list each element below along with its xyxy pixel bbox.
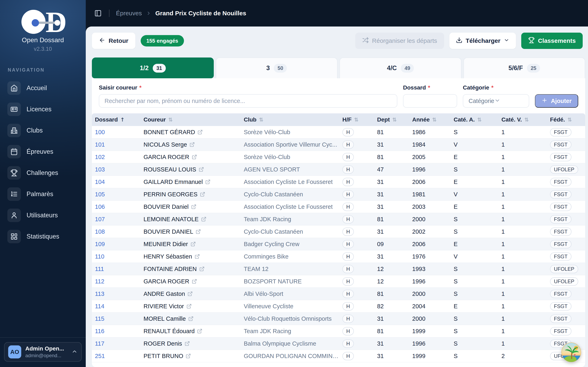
column-header[interactable]: Dossard↑ (92, 117, 140, 123)
download-button[interactable]: Télécharger (449, 33, 516, 49)
dept-cell: 12 (374, 278, 409, 285)
dossard-link[interactable]: 114 (95, 303, 104, 310)
rankings-button[interactable]: Classements (521, 33, 583, 49)
dossard-link[interactable]: 113 (95, 291, 104, 297)
federation-cell: FSGT (547, 203, 585, 211)
sidebar-item-challenges[interactable]: Challenges (5, 163, 80, 183)
column-header[interactable]: H/F⇅ (339, 117, 374, 123)
dept-cell: 81 (374, 328, 409, 334)
user-menu-button[interactable]: AO Admin Open... admin@opend... (4, 342, 82, 362)
dossard-label: Dossard (403, 84, 426, 91)
column-header[interactable]: Club⇅ (241, 117, 339, 123)
year-cell: 1986 (409, 129, 450, 136)
dossard-link[interactable]: 106 (95, 203, 105, 210)
table-row: 105 PERRIN GEORGES Cyclo-Club Castanéen … (92, 188, 585, 201)
dossard-link[interactable]: 115 (95, 315, 104, 322)
category-select[interactable]: Catégorie (463, 94, 529, 108)
rider-name-cell[interactable]: NICOLAS Serge (140, 141, 241, 148)
rider-name-cell[interactable]: GAILLARD Emmanuel (140, 179, 241, 185)
dossard-link[interactable]: 101 (95, 141, 105, 148)
sidebar-item-palmares[interactable]: Palmarès (5, 184, 80, 204)
home-icon (7, 81, 21, 95)
sidebar-item-epreuves[interactable]: Épreuves (5, 142, 80, 162)
dossard-link[interactable]: 105 (95, 191, 105, 198)
gender-cell: H (339, 265, 374, 273)
dossard-link[interactable]: 116 (95, 328, 104, 334)
rider-name-cell[interactable]: ROUSSEAU LOUIS (140, 166, 241, 173)
dept-cell: 31 (374, 191, 409, 198)
sort-asc-icon: ↑ (120, 117, 125, 123)
column-header[interactable]: Caté. V.⇅ (498, 117, 547, 123)
rider-name-cell[interactable]: ANDRE Gaston (140, 291, 241, 297)
dossard-link[interactable]: 111 (95, 266, 104, 272)
sidebar-item-utilisateurs[interactable]: Utilisateurs (5, 205, 80, 225)
column-header[interactable]: Fédé.⇅ (547, 117, 585, 123)
cate-v-cell: 1 (498, 203, 547, 210)
cate-a-cell: S (450, 353, 498, 359)
dossard-link[interactable]: 103 (95, 166, 105, 173)
dossard-link[interactable]: 107 (95, 216, 105, 223)
tab-category-3[interactable]: 5/6/F 25 (463, 58, 585, 78)
column-header[interactable]: Caté. A.⇅ (450, 117, 498, 123)
dossard-link[interactable]: 104 (95, 179, 105, 185)
rider-name-cell[interactable]: FONTAINE ADRIEN (140, 266, 241, 272)
breadcrumb-parent[interactable]: Épreuves (116, 10, 142, 17)
cate-a-cell: V (450, 191, 498, 198)
shuffle-icon (362, 37, 369, 45)
dossard-input[interactable] (403, 94, 457, 108)
sidebar-item-licences[interactable]: Licences (5, 99, 80, 119)
rider-name-cell[interactable]: MOREL Camille (140, 315, 241, 322)
gender-badge: H (342, 277, 354, 286)
column-header[interactable]: Coureur⇅ (140, 117, 241, 123)
reorganize-starts-button[interactable]: Réorganiser les départs (355, 33, 444, 49)
dossard-link[interactable]: 110 (95, 253, 104, 260)
topbar: Épreuves Grand Prix Cycliste de Nouilles (86, 0, 588, 26)
add-rider-button[interactable]: Ajouter (535, 94, 578, 108)
dept-cell: 31 (374, 228, 409, 235)
year-cell: 1981 (409, 191, 450, 198)
cate-a-cell: S (450, 166, 498, 173)
gender-cell: H (339, 352, 374, 360)
riders-card: Saisir coureur* Dossard* Catégorie* Caté… (92, 78, 585, 367)
beach-widget-button[interactable] (562, 342, 581, 362)
sidebar-item-accueil[interactable]: Accueil (5, 78, 80, 98)
column-header[interactable]: Année⇅ (409, 117, 450, 123)
dossard-link[interactable]: 117 (95, 340, 104, 347)
sidebar-item-clubs[interactable]: Clubs (5, 120, 80, 141)
year-cell: 2002 (409, 228, 450, 235)
tab-category-0[interactable]: 1/2 31 (92, 58, 214, 78)
dossard-link[interactable]: 251 (95, 353, 105, 359)
dossard-link[interactable]: 108 (95, 228, 105, 235)
rider-name-cell[interactable]: PETIT BRUNO (140, 353, 241, 359)
rider-name-cell[interactable]: BOUVIER DANIEL (140, 228, 241, 235)
tab-category-2[interactable]: 4/C 49 (339, 58, 461, 78)
tab-category-1[interactable]: 3 50 (216, 58, 338, 78)
rider-name-cell[interactable]: BOUVIER Daniel (140, 203, 241, 210)
rider-name-cell[interactable]: RIVIERE Victor (140, 303, 241, 310)
column-header[interactable]: Dept⇅ (374, 117, 409, 123)
dossard-link[interactable]: 109 (95, 241, 105, 248)
rider-name-cell[interactable]: LEMOINE ANATOLE (140, 216, 241, 223)
rider-name-cell[interactable]: RENAULT Édouard (140, 328, 241, 334)
dossard-link[interactable]: 100 (95, 129, 105, 136)
rider-name-cell[interactable]: GARCIA ROGER (140, 278, 241, 285)
dossard-link[interactable]: 102 (95, 154, 105, 160)
rider-search-input[interactable] (99, 94, 397, 108)
avatar: AO (8, 345, 21, 359)
tab-count-badge: 50 (274, 64, 287, 73)
rider-name-cell[interactable]: ROGER Denis (140, 340, 241, 347)
rider-name-cell[interactable]: PERRIN GEORGES (140, 191, 241, 198)
rider-name-cell[interactable]: BONNET GÉRARD (140, 129, 241, 136)
sidebar-item-statistiques[interactable]: Statistiques (5, 226, 80, 247)
rider-name-cell[interactable]: MEUNIER Didier (140, 241, 241, 248)
tab-count-badge: 49 (401, 64, 414, 73)
gender-cell: H (339, 327, 374, 335)
sidebar-toggle-icon[interactable] (94, 9, 103, 18)
cate-a-cell: S (450, 266, 498, 272)
calendar-icon (7, 145, 21, 158)
back-button[interactable]: Retour (92, 33, 135, 49)
user-icon (7, 209, 21, 222)
rider-name-cell[interactable]: GARCIA ROGER (140, 154, 241, 160)
dossard-link[interactable]: 112 (95, 278, 104, 285)
rider-name-cell[interactable]: HENRY Sébastien (140, 253, 241, 260)
